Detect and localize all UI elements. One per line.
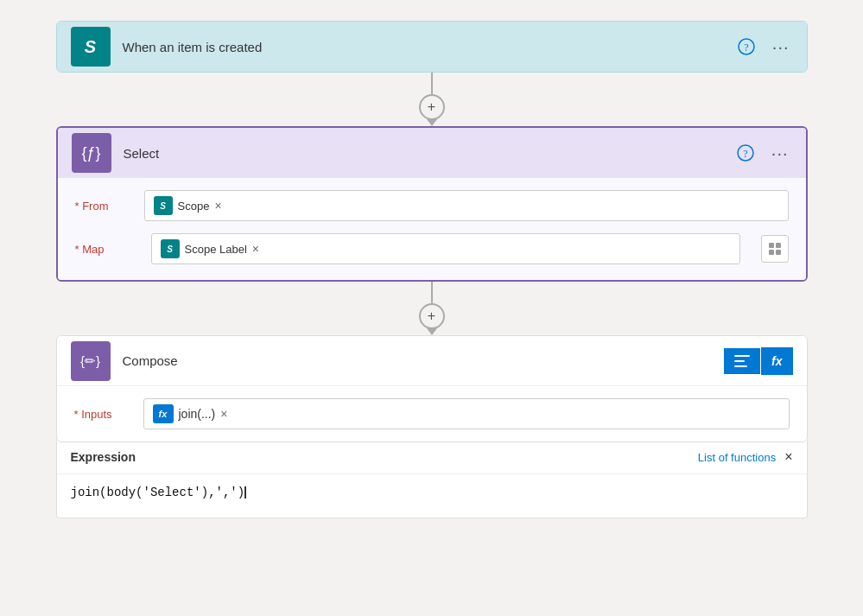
svg-text:?: ?	[744, 41, 748, 54]
connector-1: +	[419, 73, 445, 126]
from-field-value[interactable]: S Scope ×	[144, 190, 789, 221]
expression-panel: Expression List of functions × join(body…	[56, 441, 808, 518]
compose-card-icon: {✏}	[71, 341, 111, 381]
connector-arrow-1	[427, 119, 437, 126]
compose-card-actions: fx	[724, 346, 792, 376]
map-token: S Scope Label ×	[161, 239, 259, 258]
sharepoint-card-actions: ? ···	[734, 34, 793, 60]
from-label: * From	[75, 200, 144, 213]
sharepoint-card-icon: S	[71, 27, 111, 67]
select-card-icon: {ƒ}	[72, 133, 111, 173]
expression-close-button[interactable]: ×	[784, 449, 792, 465]
select-card-actions: ? ···	[733, 140, 792, 167]
expression-body: join(body('Select'),',')	[57, 474, 807, 518]
canvas: S When an item is created ? ··· +	[0, 0, 863, 616]
expression-code: join(body('Select'),',')	[71, 486, 245, 499]
compose-icon: {✏}	[80, 353, 100, 369]
connector-line-1	[431, 73, 433, 94]
svg-rect-5	[776, 243, 781, 248]
select-help-button[interactable]: ?	[733, 141, 758, 165]
fx-token-icon: fx	[153, 404, 174, 423]
svg-rect-6	[769, 250, 774, 255]
plus-icon-2: +	[428, 308, 435, 324]
svg-rect-9	[734, 360, 745, 362]
select-card-title: Select	[124, 146, 733, 161]
expression-right: List of functions ×	[698, 449, 793, 465]
compose-card-header: {✏} Compose fx	[57, 336, 807, 386]
sharepoint-more-button[interactable]: ···	[769, 34, 793, 60]
connector-2: +	[419, 282, 445, 335]
from-field-row: * From S Scope ×	[75, 190, 789, 221]
map-label: * Map	[75, 243, 144, 256]
map-field-row: * Map S Scope Label ×	[75, 233, 789, 264]
compose-fx-button[interactable]: fx	[761, 347, 792, 375]
svg-text:?: ?	[743, 148, 747, 160]
select-more-button[interactable]: ···	[768, 140, 792, 167]
inputs-field[interactable]: fx join(...) ×	[143, 398, 790, 429]
add-step-button-2[interactable]: +	[419, 303, 445, 329]
svg-rect-4	[769, 243, 774, 248]
from-token-close[interactable]: ×	[214, 199, 221, 213]
map-field-value[interactable]: S Scope Label ×	[151, 233, 740, 264]
connector-line-2	[431, 282, 433, 303]
inputs-token-close[interactable]: ×	[220, 407, 227, 421]
svg-rect-7	[776, 250, 781, 255]
svg-rect-10	[734, 365, 747, 367]
inputs-token-text: join(...)	[179, 407, 216, 421]
sp-icon: S	[85, 37, 96, 57]
sharepoint-card-header: S When an item is created ? ···	[57, 22, 807, 72]
select-card-header: {ƒ} Select ? ···	[58, 128, 806, 178]
add-step-button-1[interactable]: +	[419, 94, 445, 120]
svg-rect-8	[734, 355, 750, 357]
compose-view-button[interactable]	[724, 348, 760, 374]
inputs-fx-token: fx join(...) ×	[153, 404, 228, 423]
list-of-functions-link[interactable]: List of functions	[698, 451, 776, 464]
sharepoint-card-title: When an item is created	[123, 40, 734, 54]
map-token-close[interactable]: ×	[252, 242, 259, 256]
inputs-row: * Inputs fx join(...) ×	[57, 386, 807, 441]
select-card-body: * From S Scope × * Map S Scope Label ×	[58, 178, 806, 280]
inputs-label: * Inputs	[74, 408, 143, 421]
from-token: S Scope ×	[154, 196, 222, 215]
grid-view-button[interactable]	[761, 235, 789, 263]
map-token-text: Scope Label	[185, 243, 247, 256]
sharepoint-card: S When an item is created ? ···	[56, 21, 808, 73]
expression-header: Expression List of functions ×	[57, 441, 807, 474]
from-token-text: Scope	[178, 200, 210, 213]
expression-label: Expression	[71, 450, 136, 464]
filter-icon: {ƒ}	[81, 144, 100, 162]
cursor	[244, 486, 246, 499]
sharepoint-help-button[interactable]: ?	[734, 35, 758, 59]
from-token-icon: S	[154, 196, 173, 215]
compose-card-title: Compose	[123, 353, 725, 368]
plus-icon-1: +	[428, 99, 435, 115]
select-card: {ƒ} Select ? ··· * From S	[56, 126, 808, 282]
compose-card: {✏} Compose fx * Inputs fx	[56, 335, 808, 442]
connector-arrow-2	[427, 328, 437, 335]
map-token-icon: S	[161, 239, 180, 258]
